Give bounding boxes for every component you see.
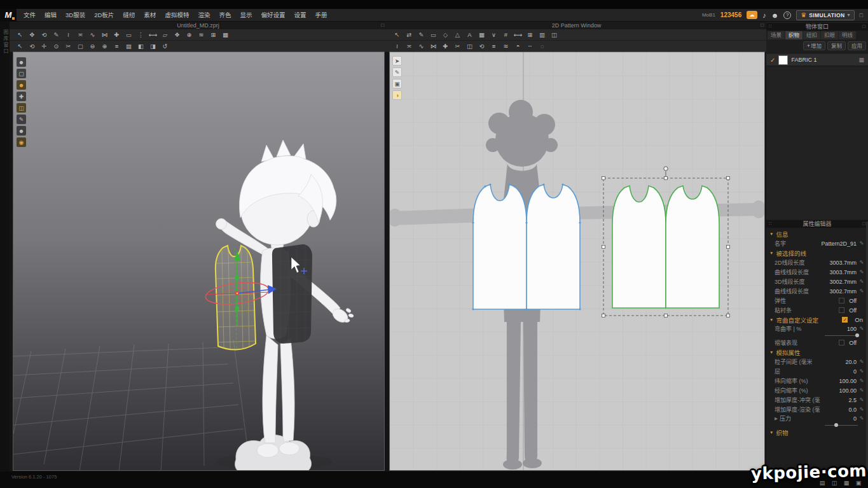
rect-pattern-tool[interactable]: ▭ — [428, 31, 439, 39]
right-half-view[interactable]: ◨ — [148, 42, 158, 51]
reset-view[interactable]: ↺ — [160, 42, 170, 51]
property-editor-header[interactable]: ∷ 属性编辑器 □ — [766, 220, 868, 228]
menu-item[interactable]: 编辑 — [40, 9, 61, 22]
curvature-slider[interactable] — [825, 333, 858, 338]
wind-tool[interactable]: ≋ — [196, 31, 207, 39]
object-window-header[interactable]: ∷ 物体窗口 □ — [766, 23, 868, 31]
pin-display-toggle[interactable]: ✚ — [17, 92, 26, 101]
baseline-2d-tool[interactable]: ╌ — [525, 42, 535, 51]
gizmo-tool[interactable]: ⊕ — [184, 31, 195, 39]
free-sewing-tool[interactable]: ∿ — [87, 31, 98, 39]
grid-2d-toggle[interactable]: ⊞ — [525, 31, 535, 39]
menu-item[interactable]: 显示 — [235, 9, 256, 22]
crease-checkbox[interactable] — [839, 340, 844, 345]
remove-tool[interactable]: ⊖ — [87, 42, 98, 51]
maximize-icon[interactable]: □ — [860, 12, 863, 18]
layout-view-icon-4[interactable]: ▣ — [854, 479, 863, 487]
menu-item[interactable]: 素材 — [139, 9, 160, 22]
library-collapsed-panel[interactable]: 图库窗口 — [0, 22, 10, 471]
fabric-list-item[interactable]: ✓ FABRIC 1 ▦ — [766, 53, 868, 66]
custom-bending-checkbox[interactable]: ✓ — [842, 317, 848, 323]
free-sewing-2d-tool[interactable]: ∿ — [416, 42, 427, 51]
user-icon[interactable]: ☻ — [771, 11, 779, 20]
check-sewing-2d-tool[interactable]: ⋈ — [428, 42, 439, 51]
menu-item[interactable]: 缝纫 — [118, 9, 139, 22]
snap-toggle[interactable]: ▦ — [220, 31, 231, 39]
2d-pattern-canvas[interactable] — [390, 52, 765, 471]
symmetry-2d-tool[interactable]: ◫ — [464, 42, 475, 51]
transform-2d-tool[interactable]: ⇄ — [404, 31, 415, 39]
mn-sewing-tool[interactable]: ⋈ — [99, 31, 110, 39]
segment-sewing-tool[interactable]: ≍ — [75, 31, 86, 39]
expand-window-icon[interactable]: □ — [381, 22, 384, 29]
menu-item[interactable]: 偏好设置 — [256, 9, 289, 22]
cloud-sync-icon[interactable]: ☁ — [747, 11, 757, 19]
layout-view-icon-1[interactable]: ▤ — [818, 479, 827, 487]
app-logo[interactable]: M — [0, 9, 17, 22]
segment-sewing-2d-tool[interactable]: ≍ — [404, 42, 415, 51]
select-avatar-tool[interactable]: ↖ — [15, 42, 25, 51]
object-window-tab[interactable]: 明线 — [839, 31, 856, 39]
account-id[interactable]: 123456 — [720, 11, 741, 18]
edit-icon[interactable]: ✎ — [858, 279, 865, 284]
polygon-tool[interactable]: ◇ — [440, 31, 451, 39]
apply-fabric-button[interactable]: 应用 — [848, 41, 866, 50]
fusible-tape-checkbox[interactable] — [839, 307, 844, 313]
pattern-display-toggle[interactable]: ▣ — [392, 79, 402, 88]
menu-item[interactable]: 2D板片 — [90, 9, 118, 22]
edit-sewing-2d-tool[interactable]: ≀ — [392, 42, 403, 51]
object-list-empty-area[interactable] — [766, 67, 868, 220]
rotate-view-tool[interactable]: ⟲ — [39, 31, 50, 39]
mirror-tool[interactable]: ◫ — [549, 31, 560, 39]
edit-icon[interactable]: ✎ — [858, 326, 865, 331]
edit-icon[interactable]: ✎ — [858, 288, 865, 294]
edit-icon[interactable]: ✎ — [858, 397, 865, 403]
elastic-checkbox[interactable] — [839, 298, 844, 303]
edit-icon[interactable]: ✎ — [858, 359, 865, 365]
avatar-display-mode[interactable]: ☻ — [17, 80, 26, 90]
fabric-swatch[interactable] — [778, 55, 788, 65]
pen-3d-tool[interactable]: ✎ — [51, 31, 62, 39]
fabric-strip-tool[interactable]: ▭ — [123, 31, 134, 39]
show-garment-toggle[interactable]: ▢ — [17, 69, 26, 78]
section-custom-bending[interactable]: ▼ 弯曲自定义设定 ✓ On — [766, 315, 868, 324]
text-tool[interactable]: A — [464, 31, 475, 39]
menu-item[interactable]: 齐色 — [214, 9, 235, 22]
pan-tool[interactable]: ✛ — [39, 42, 50, 51]
copy-fabric-button[interactable]: 复制 — [827, 41, 846, 50]
select-2d-side-tool[interactable]: ➤ — [392, 56, 402, 66]
seam-allowance-tool[interactable]: # — [500, 31, 511, 39]
3d-viewport[interactable]: ☻▢☻✚◫✎☻◉ — [13, 52, 385, 471]
menu-item[interactable]: 虚拟模特 — [160, 9, 193, 22]
edit-2d-side-tool[interactable]: ✎ — [392, 67, 402, 77]
object-window-tab[interactable]: 纽扣 — [803, 31, 820, 39]
edit-icon[interactable]: ✎ — [858, 378, 865, 384]
edit-icon[interactable]: ✎ — [858, 407, 865, 412]
edit-icon[interactable]: ✎ — [858, 368, 865, 374]
measure-tool[interactable]: ⟷ — [148, 31, 158, 39]
grid-toggle[interactable]: ⊞ — [208, 31, 219, 39]
notch-tool[interactable]: ∨ — [488, 31, 499, 39]
check-icon[interactable]: ✓ — [770, 57, 775, 64]
2d-pattern-viewport[interactable]: ➤✎▣◑ — [389, 52, 765, 471]
rotate-avatar-tool[interactable]: ⟲ — [27, 42, 38, 51]
edit-icon[interactable]: ✎ — [858, 415, 865, 421]
zoom-tool[interactable]: ⊙ — [51, 42, 62, 51]
collapse-icon[interactable]: ▶ — [775, 416, 778, 421]
edit-sewing-tool[interactable]: ≀ — [63, 31, 74, 39]
fabric-options-icon[interactable]: ▦ — [858, 57, 864, 63]
body-display-toggle[interactable]: ☻ — [17, 126, 26, 136]
simulation-button[interactable]: ♛ SIMULATION ▾ — [796, 10, 854, 20]
pen-2d-tool[interactable]: ✎ — [416, 31, 427, 39]
box-select-tool[interactable]: ▢ — [75, 42, 86, 51]
grading-tool[interactable]: ▦ — [476, 31, 487, 39]
move-gizmo-tool[interactable]: ✥ — [27, 31, 38, 39]
ruler-2d-tool[interactable]: ⟷ — [513, 31, 523, 39]
object-window-tab[interactable]: 场景 — [768, 31, 785, 39]
edit-icon[interactable]: ✎ — [858, 241, 865, 246]
edit-icon[interactable]: ✎ — [858, 260, 865, 265]
section-fabric[interactable]: ▼织物 — [766, 428, 868, 437]
slider-knob[interactable] — [834, 423, 838, 427]
edit-icon[interactable]: ✎ — [858, 387, 865, 393]
fabric-display-toggle[interactable]: ◑ — [392, 90, 402, 100]
